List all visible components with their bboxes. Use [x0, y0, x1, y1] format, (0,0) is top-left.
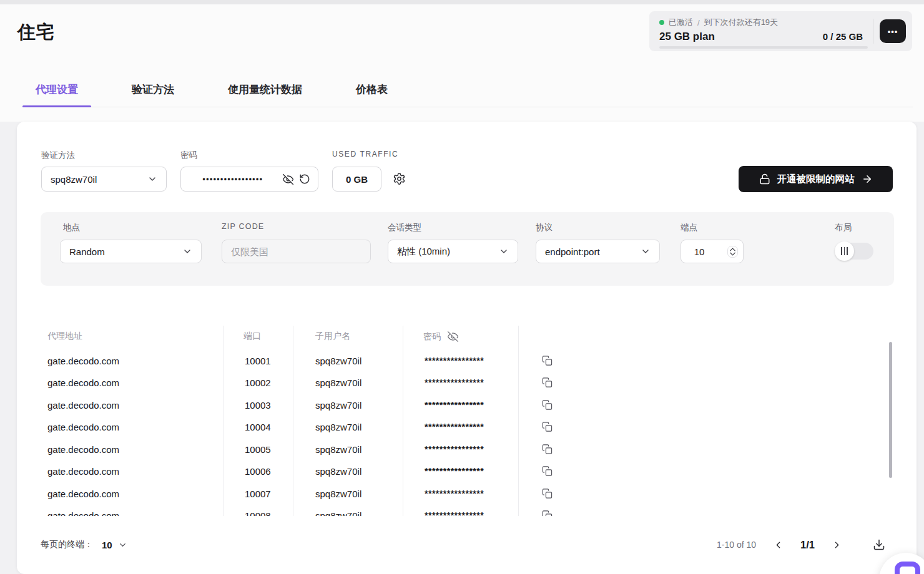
tab-pricing[interactable]: 价格表: [343, 75, 401, 107]
col-header-subuser: 子用户名: [315, 331, 350, 342]
password-field[interactable]: •••••••••••••••••: [180, 167, 318, 192]
copy-row-button[interactable]: [542, 466, 553, 477]
cell-password: ****************: [425, 444, 484, 454]
download-icon: [873, 538, 885, 551]
layout-toggle[interactable]: [835, 243, 873, 260]
table-row: gate.decodo.com 10006 spq8zw70il *******…: [17, 460, 917, 483]
auth-method-value: spq8zw70il: [51, 174, 97, 185]
main-panel: 验证方法 spq8zw70il 密码 ••••••••••••••••• USE…: [17, 122, 917, 574]
cell-password: ****************: [425, 489, 484, 499]
location-label: 地点: [63, 222, 80, 233]
proxy-endpoints-table: 代理地址 端口 子用户名 密码 gate.decodo.com 10001 sp…: [17, 326, 917, 516]
cell-port: 10005: [245, 444, 271, 454]
table-body: gate.decodo.com 10001 spq8zw70il *******…: [17, 349, 917, 516]
cell-address: gate.decodo.com: [47, 510, 119, 516]
cell-port: 10002: [245, 377, 271, 388]
caret-down-icon: [730, 252, 735, 256]
copy-row-button[interactable]: [542, 422, 553, 432]
toggle-table-passwords-button[interactable]: [447, 331, 459, 343]
eye-off-icon: [447, 331, 459, 343]
plan-status-label: 已激活: [669, 17, 693, 28]
cell-password: ****************: [425, 510, 484, 516]
copy-icon: [542, 510, 553, 516]
tab-usage-statistics[interactable]: 使用量统计数据: [215, 75, 315, 107]
traffic-settings-button[interactable]: [393, 172, 406, 185]
layout-lines-icon: [835, 241, 854, 261]
auth-method-select[interactable]: spq8zw70il: [41, 167, 167, 192]
per-page-value: 10: [102, 540, 112, 550]
per-page-label: 每页的终端：: [41, 539, 93, 550]
plan-menu-button[interactable]: •••: [880, 19, 906, 43]
table-row: gate.decodo.com 10005 spq8zw70il *******…: [17, 438, 917, 460]
rotate-ccw-icon: [299, 173, 310, 185]
zip-code-input[interactable]: [222, 240, 371, 263]
cell-password: ****************: [425, 422, 484, 432]
copy-icon: [542, 377, 553, 388]
endpoint-count-label: 端点: [681, 222, 697, 233]
copy-icon: [542, 466, 553, 477]
number-stepper[interactable]: [727, 246, 738, 258]
password-masked-value: •••••••••••••••••: [189, 175, 277, 183]
gear-icon: [393, 172, 406, 185]
used-traffic-label: USED TRAFFIC: [332, 150, 398, 158]
cell-subuser: spq8zw70il: [315, 510, 361, 516]
eye-off-icon: [282, 173, 294, 185]
protocol-value: endpoint:port: [545, 246, 600, 257]
cell-subuser: spq8zw70il: [315, 488, 361, 499]
cell-port: 10003: [245, 399, 271, 410]
regenerate-password-button[interactable]: [299, 173, 310, 185]
copy-row-button[interactable]: [542, 488, 553, 499]
cell-port: 10007: [245, 488, 271, 499]
tab-auth-methods[interactable]: 验证方法: [119, 75, 187, 107]
chevron-down-icon: [499, 246, 509, 256]
session-type-select[interactable]: 粘性 (10min): [388, 240, 518, 263]
location-value: Random: [69, 246, 105, 257]
zip-code-label: ZIP CODE: [222, 222, 264, 231]
copy-icon: [542, 422, 553, 432]
copy-row-button[interactable]: [542, 377, 553, 388]
ellipsis-icon: •••: [888, 27, 898, 36]
cell-subuser: spq8zw70il: [315, 399, 361, 410]
chevron-right-icon: [832, 540, 842, 550]
endpoint-count-field: [681, 240, 744, 263]
plan-renewal-text: 到下次付款还有19天: [704, 17, 778, 28]
session-type-value: 粘性 (10min): [397, 246, 450, 258]
copy-row-button[interactable]: [542, 510, 553, 516]
copy-row-button[interactable]: [542, 399, 553, 410]
endpoint-count-input[interactable]: [681, 246, 717, 257]
unlock-restricted-sites-button[interactable]: 开通被限制的网站: [739, 166, 893, 192]
plan-slash: /: [697, 18, 700, 27]
copy-row-button[interactable]: [542, 355, 553, 366]
location-select[interactable]: Random: [60, 240, 202, 263]
toggle-password-visibility-button[interactable]: [282, 173, 294, 185]
used-traffic-value-box: 0 GB: [332, 167, 381, 192]
caret-up-icon: [730, 248, 735, 251]
download-list-button[interactable]: [873, 538, 885, 551]
per-page-select[interactable]: 10: [102, 540, 127, 550]
next-page-button[interactable]: [832, 540, 842, 550]
cell-port: 10006: [245, 466, 271, 477]
top-edge-strip: [0, 0, 924, 4]
cell-subuser: spq8zw70il: [315, 444, 361, 454]
protocol-select[interactable]: endpoint:port: [536, 240, 660, 263]
copy-row-button[interactable]: [542, 444, 553, 454]
plan-summary-card: 已激活 / 到下次付款还有19天 25 GB plan 0 / 25 GB ••…: [649, 11, 912, 51]
cell-address: gate.decodo.com: [47, 399, 119, 410]
chat-bubble-icon: [895, 562, 920, 574]
table-row: gate.decodo.com 10008 spq8zw70il *******…: [17, 505, 917, 517]
tab-proxy-settings[interactable]: 代理设置: [22, 75, 91, 107]
table-row: gate.decodo.com 10001 spq8zw70il *******…: [17, 349, 917, 372]
cell-password: ****************: [425, 400, 484, 410]
tab-bar: 代理设置 验证方法 使用量统计数据 价格表: [22, 75, 913, 107]
arrow-right-icon: [862, 173, 873, 185]
copy-icon: [542, 488, 553, 499]
previous-page-button[interactable]: [773, 540, 784, 550]
unlock-restricted-sites-label: 开通被限制的网站: [777, 173, 855, 186]
cell-password: ****************: [425, 356, 484, 366]
password-label: 密码: [180, 150, 197, 161]
chevron-down-icon: [118, 540, 127, 550]
table-scrollbar[interactable]: [889, 342, 892, 478]
col-header-port: 端口: [243, 331, 261, 342]
plan-info: 已激活 / 到下次付款还有19天 25 GB plan 0 / 25 GB: [649, 11, 873, 51]
cell-subuser: spq8zw70il: [315, 422, 361, 432]
